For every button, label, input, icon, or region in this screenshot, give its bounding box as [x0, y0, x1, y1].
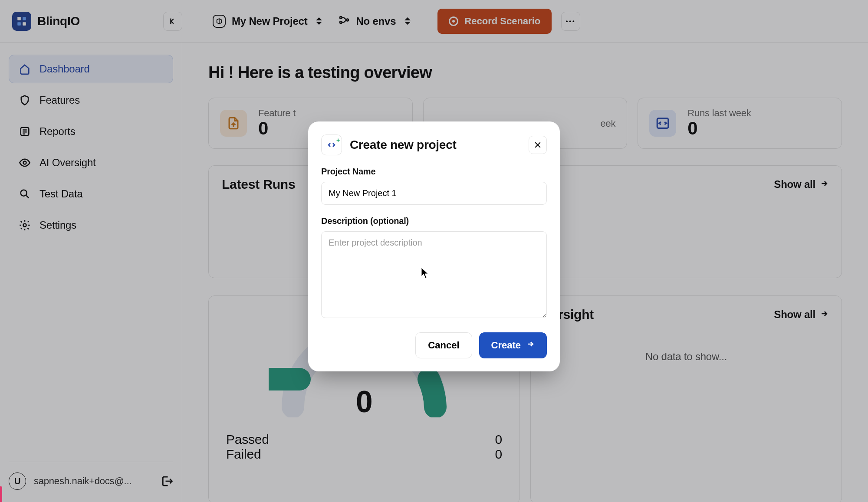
- project-name-input[interactable]: [321, 182, 547, 205]
- create-project-modal: + Create new project Project Name Descri…: [308, 121, 560, 371]
- cancel-label: Cancel: [428, 340, 459, 351]
- mouse-cursor-icon: [421, 267, 429, 281]
- modal-title: Create new project: [350, 138, 456, 152]
- create-button[interactable]: Create: [479, 332, 547, 358]
- project-name-label: Project Name: [321, 167, 547, 177]
- cancel-button[interactable]: Cancel: [415, 332, 472, 358]
- edge-stripe: [0, 486, 2, 502]
- description-textarea[interactable]: [321, 231, 547, 318]
- description-label: Description (optional): [321, 216, 547, 226]
- modal-logo-icon: +: [321, 135, 342, 155]
- arrow-right-icon: [526, 340, 535, 351]
- create-label: Create: [491, 340, 521, 351]
- close-icon: [533, 141, 542, 149]
- close-button[interactable]: [529, 136, 547, 154]
